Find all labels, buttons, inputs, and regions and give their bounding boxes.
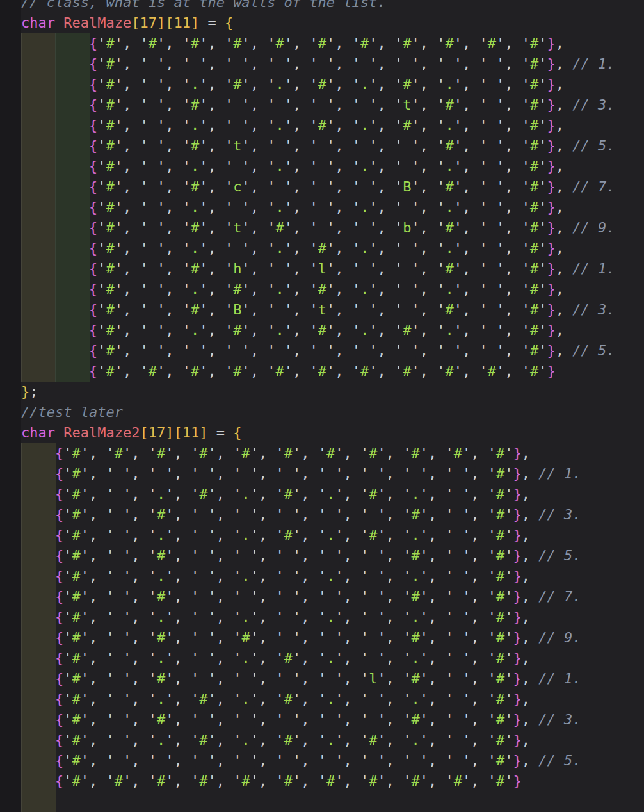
maze-row-line[interactable]: {'#', ' ', '.', '#', '.', '#', '.', '#',… [21, 320, 644, 341]
code-token-punct: ' [182, 117, 191, 133]
code-token-punct: ' [496, 199, 504, 215]
code-token-punct: ' [182, 240, 191, 256]
code-token-punct: , [131, 445, 149, 461]
code-token-punct: ' [106, 445, 114, 461]
maze-row-line[interactable]: {'#', '#', '#', '#', '#', '#', '#', '#',… [21, 771, 644, 792]
maze-row-line[interactable]: {'#', '#', '#', '#', '#', '#', '#', '#',… [21, 33, 644, 54]
maze-row-line[interactable]: {'#', ' ', '.', ' ', '.', '#', '.', '#',… [21, 115, 644, 136]
code-token-punct: ' [106, 527, 114, 543]
code-token-punct: ' [199, 281, 207, 297]
code-token-punct: , [420, 158, 437, 174]
maze-row-line[interactable]: {'#', ' ', '.', ' ', '.', '#', '.', ' ',… [21, 238, 644, 259]
maze-row-line[interactable]: {'#', ' ', '.', '#', '.', '#', '.', '#',… [21, 484, 644, 505]
code-token-brace2: } [547, 363, 555, 379]
maze-row-line[interactable]: {'#', ' ', '#', ' ', ' ', ' ', ' ', 't',… [21, 95, 644, 115]
code-token-punct: ' [165, 486, 173, 502]
code-token-punct: ' [369, 199, 377, 215]
code-token-punct: ' [360, 466, 369, 482]
code-token-str [360, 138, 369, 154]
maze-row-line[interactable]: {'#', ' ', '.', ' ', '.', ' ', '.', ' ',… [21, 566, 644, 587]
code-token-punct: ' [250, 773, 259, 789]
code-token-punct: ' [496, 56, 504, 72]
code-token-str: . [411, 527, 419, 543]
code-token-punct: , [556, 117, 564, 133]
code-token-punct: ' [496, 322, 504, 338]
maze-row-line[interactable]: {'#', ' ', '#', ' ', ' ', ' ', ' ', 'l',… [21, 669, 644, 689]
maze-row-line[interactable]: {'#', ' ', ' ', ' ', ' ', ' ', ' ', ' ',… [21, 751, 644, 771]
array-close-line[interactable]: }; [21, 382, 644, 402]
maze-row-line[interactable]: {'#', ' ', '#', 'h', ' ', 'l', ' ', ' ',… [21, 259, 644, 279]
code-token-str: # [106, 35, 114, 51]
maze-row-line[interactable]: {'#', ' ', ' ', ' ', ' ', ' ', ' ', ' ',… [21, 464, 644, 484]
code-token-punct: , [250, 97, 268, 113]
code-token-str: # [275, 35, 284, 51]
maze-row-line[interactable]: {'#', ' ', '.', '#', '.', '#', '.', '#',… [21, 74, 644, 95]
maze-row-line[interactable]: {'#', ' ', '#', 't', '#', ' ', ' ', 'b',… [21, 218, 644, 238]
code-token-str [488, 179, 496, 195]
code-token-punct: ' [267, 220, 275, 236]
code-token-punct: ' [182, 343, 191, 359]
code-editor[interactable]: // class, what is at the walls of the li… [0, 0, 644, 812]
code-token-punct: , [556, 158, 564, 174]
code-token-punct: ' [352, 281, 360, 297]
maze-row-line[interactable]: {'#', ' ', '.', ' ', '.', ' ', '.', ' ',… [21, 607, 644, 628]
maze-row-line[interactable]: {'#', ' ', '#', ' ', ' ', ' ', ' ', ' ',… [21, 587, 644, 607]
code-token-brace2: { [55, 732, 63, 748]
code-token-punct: ' [157, 76, 165, 92]
maze-row-line[interactable]: {'#', ' ', '#', ' ', '#', ' ', ' ', ' ',… [21, 628, 644, 648]
clipped-comment-line[interactable]: // class, what is at the walls of the li… [21, 0, 644, 13]
maze-row-line[interactable]: {'#', ' ', '.', ' ', '.', '#', '.', '#',… [21, 525, 644, 546]
code-token-str: # [530, 117, 538, 133]
maze-row-line[interactable]: {'#', ' ', '#', ' ', ' ', ' ', ' ', ' ',… [21, 546, 644, 566]
code-token-punct: , [462, 158, 479, 174]
code-token-punct: ' [309, 363, 318, 379]
maze-row-line[interactable]: {'#', ' ', '#', ' ', ' ', ' ', ' ', ' ',… [21, 505, 644, 525]
maze-row-line[interactable]: {'#', '#', '#', '#', '#', '#', '#', '#',… [21, 443, 644, 464]
code-token-brace2: } [547, 281, 555, 297]
code-token-punct: , [386, 609, 403, 625]
code-token-punct: , [335, 76, 352, 92]
code-token-punct: , [173, 732, 191, 748]
code-token-punct: , [207, 56, 225, 72]
code-token-str [149, 76, 157, 92]
code-token-punct: ' [293, 711, 301, 727]
divider-comment-line[interactable]: //test later [21, 402, 644, 423]
maze-row-line[interactable]: {'#', ' ', '#', 'B', ' ', 't', ' ', ' ',… [21, 300, 644, 320]
code-token-punct: ' [225, 363, 233, 379]
maze-row-line[interactable]: {'#', ' ', '.', '#', '.', '#', '.', ' ',… [21, 279, 644, 300]
code-token-str [115, 629, 123, 646]
code-token-str [369, 589, 377, 605]
maze-row-line[interactable]: {'#', ' ', ' ', ' ', ' ', ' ', ' ', ' ',… [21, 54, 644, 74]
code-token-str [445, 343, 453, 359]
code-token-punct: ' [538, 343, 547, 359]
code-token-rowcomment: // 5. [538, 548, 581, 564]
maze-row-line[interactable]: {'#', ' ', '.', '#', '.', '#', '.', '#',… [21, 730, 644, 751]
code-token-brace2: } [513, 548, 521, 564]
maze-row-line[interactable]: {'#', '#', '#', '#', '#', '#', '#', '#',… [21, 361, 644, 382]
code-token-str: # [233, 281, 241, 297]
maze-row-line[interactable]: {'#', ' ', '#', 't', ' ', ' ', ' ', ' ',… [21, 136, 644, 156]
code-token-punct: ' [462, 691, 471, 707]
maze-row-line[interactable]: {'#', ' ', '.', '#', '.', '#', '.', ' ',… [21, 689, 644, 710]
maze-row-line[interactable]: {'#', ' ', '.', ' ', '.', ' ', '.', ' ',… [21, 156, 644, 177]
maze-row-line[interactable]: {'#', ' ', '.', ' ', '.', '#', '.', ' ',… [21, 648, 644, 669]
maze-row-line[interactable]: {'#', ' ', ' ', ' ', ' ', ' ', ' ', ' ',… [21, 341, 644, 361]
code-token-punct: ' [496, 76, 504, 92]
code-token-str: . [241, 609, 250, 625]
code-token-punct: , [293, 302, 310, 318]
code-token-str [191, 56, 199, 72]
code-token-punct: ' [411, 240, 419, 256]
code-token-str: # [115, 773, 123, 789]
code-token-punct [21, 302, 89, 318]
array-declaration-line[interactable]: char RealMaze2[17][11] = { [21, 423, 644, 443]
code-token-punct: , [165, 240, 182, 256]
code-token-punct: , [504, 240, 522, 256]
code-token-punct: ' [81, 629, 89, 646]
code-token-punct: , [504, 281, 522, 297]
array-declaration-line[interactable]: char RealMaze[17][11] = { [21, 13, 644, 33]
maze-row-line[interactable]: {'#', ' ', '#', ' ', ' ', ' ', ' ', ' ',… [21, 710, 644, 730]
maze-row-line[interactable]: {'#', ' ', '#', 'c', ' ', ' ', ' ', 'B',… [21, 177, 644, 197]
code-token-punct [21, 117, 89, 133]
maze-row-line[interactable]: {'#', ' ', '.', ' ', '.', ' ', '.', ' ',… [21, 197, 644, 218]
code-token-punct: ' [352, 302, 360, 318]
